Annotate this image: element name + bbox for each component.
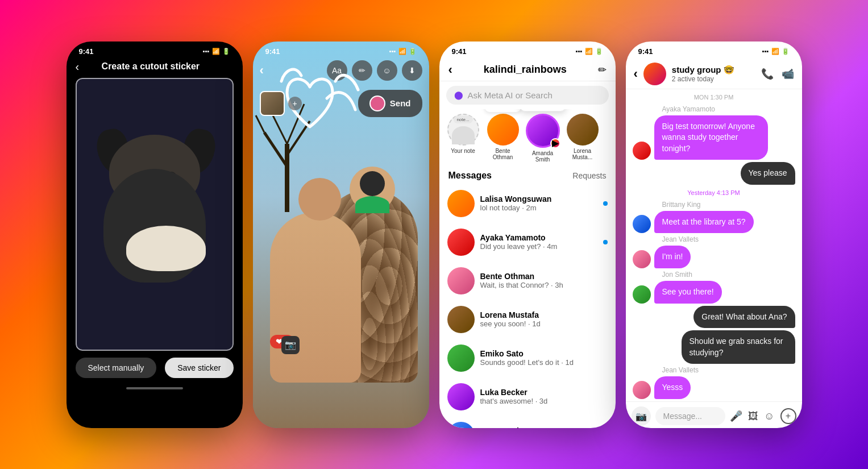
wifi-icon-3: 📶 (585, 48, 593, 55)
text-tool-button[interactable]: Aa (327, 60, 347, 81)
story-bente[interactable]: Who's going tobe in SF? Bente Othman (486, 114, 520, 163)
avatar-lalisa (447, 190, 475, 217)
camera-button[interactable]: 📷 (632, 406, 651, 426)
sticker-icon[interactable]: ☺ (764, 410, 774, 422)
list-item[interactable]: Emiko Sato Sounds good! Let's do it · 1d (439, 339, 616, 377)
msg-info-agnes: Agnes Delos Reyes lmao · 4h (480, 426, 608, 428)
video-call-icon[interactable]: 📹 (782, 68, 794, 80)
dog-photo-area[interactable] (76, 78, 234, 351)
group-status: 2 active today (672, 75, 755, 83)
story-top-icons: Aa ✏ ☺ ⬇ (327, 60, 422, 81)
wifi-icon: 📶 (212, 48, 220, 55)
msg-name-lalisa: Lalisa Wongsuwan (480, 194, 597, 204)
msg-preview-luka: that's awesome! · 3d (480, 397, 608, 405)
message-input[interactable]: Message... (655, 407, 726, 425)
camera-icon: 📷 (285, 339, 296, 350)
sticker-tool-button[interactable]: ☺ (377, 60, 397, 81)
photo-icon[interactable]: 🖼 (748, 410, 758, 422)
add-to-story-button[interactable]: + (288, 97, 302, 110)
chat-avatar-jon (633, 285, 651, 304)
time-1: 9:41 (79, 47, 94, 56)
list-item[interactable]: Luka Becker that's awesome! · 3d (439, 377, 616, 416)
back-button-3[interactable]: ‹ (448, 63, 452, 77)
avatar-agnes (447, 422, 475, 428)
your-note-label: Your note (451, 148, 475, 154)
chat-row: Yes please (633, 162, 795, 185)
list-item[interactable]: Ayaka Yamamoto Did you leave yet? · 4m (439, 223, 616, 262)
list-item[interactable]: Lalisa Wongsuwan lol not today · 2m (439, 184, 616, 223)
chat-row: Meet at the library at 5? (633, 211, 795, 234)
msg-info-lorena: Lorena Mustafa see you soon! · 1d (480, 310, 608, 328)
story-thumbnail[interactable] (260, 91, 285, 116)
phone-group-chat: 9:41 ▪▪▪ 📶 🔋 ‹ study group 🤓 2 active to… (626, 41, 802, 428)
couple-photo (253, 167, 429, 383)
amanda-circle-wrap: What a greatday ▶ (526, 114, 560, 148)
back-button-4[interactable]: ‹ (634, 67, 638, 81)
back-button-1[interactable]: ‹ (76, 60, 80, 73)
phone-messages-list: 9:41 ▪▪▪ 📶 🔋 ‹ kalindi_rainbows ✏ ⬤ Ask … (439, 41, 616, 428)
msg-preview-bente: Wait, is that Connor? · 3h (480, 281, 608, 289)
date-divider-mon: MON 1:30 PM (633, 94, 795, 101)
person-left (270, 212, 361, 383)
list-item[interactable]: Bente Othman Wait, is that Connor? · 3h (439, 262, 616, 300)
chat-messages: MON 1:30 PM Ayaka Yamamoto Big test tomo… (626, 89, 802, 402)
status-icons-4: ▪▪▪ 📶 🔋 (762, 48, 790, 55)
status-bar-4: 9:41 ▪▪▪ 📶 🔋 (626, 41, 802, 58)
more-options-button[interactable]: + (780, 408, 796, 424)
lorena-circle (567, 114, 599, 146)
requests-label[interactable]: Requests (572, 171, 606, 180)
msg-preview-lalisa: lol not today · 2m (480, 204, 597, 212)
signal-icon-3: ▪▪▪ (576, 48, 583, 55)
bubble-jean-in: I'm in! (654, 246, 691, 268)
sender-jean-2: Jean Vallets (662, 366, 795, 374)
send-label: Send (390, 98, 411, 108)
list-item[interactable]: Lorena Mustafa see you soon! · 1d (439, 300, 616, 339)
bubble-yes-please: Yes please (741, 162, 795, 185)
username-label: kalindi_rainbows (484, 64, 567, 76)
cutout-outline (76, 78, 234, 351)
sender-brittany: Brittany King (662, 201, 795, 209)
bubble-ana: Great! What about Ana? (693, 306, 795, 329)
save-sticker-button[interactable]: Save sticker (165, 358, 233, 378)
status-bar-3: 9:41 ▪▪▪ 📶 🔋 (439, 41, 616, 58)
unread-dot-lalisa (603, 201, 608, 206)
bubble-jon: See you there! (654, 281, 722, 304)
head-right (350, 167, 395, 212)
sender-ayaka: Ayaka Yamamoto (662, 105, 795, 113)
input-placeholder: Message... (663, 412, 702, 421)
story-your-note[interactable]: note... Your note (446, 114, 480, 163)
camera-icon-chat: 📷 (636, 411, 647, 422)
phone-cutout-sticker: 9:41 ▪▪▪ 📶 🔋 ‹ Create a cutout sticker S… (67, 41, 243, 428)
battery-icon-3: 🔋 (595, 48, 603, 55)
sticker-tool-icon: ☺ (383, 66, 391, 75)
status-icons-2: ▪▪▪ 📶 🔋 (389, 48, 417, 55)
send-avatar (369, 96, 385, 111)
msg-preview-lorena: see you soon! · 1d (480, 319, 608, 328)
msg-name-bente: Bente Othman (480, 272, 608, 281)
amanda-circle: ▶ (526, 114, 560, 148)
chat-avatar-jean (633, 250, 651, 268)
download-button[interactable]: ⬇ (402, 60, 422, 81)
draw-tool-icon: ✏ (359, 66, 366, 75)
time-3: 9:41 (452, 47, 467, 56)
msg-name-lorena: Lorena Mustafa (480, 310, 608, 319)
story-thumb-area: + (260, 91, 302, 116)
edit-icon[interactable]: ✏ (598, 64, 607, 76)
list-item[interactable]: Agnes Delos Reyes lmao · 4h (439, 416, 616, 428)
chat-avatar-jean-2 (633, 381, 651, 399)
status-bar-2: 9:41 ▪▪▪ 📶 🔋 (253, 41, 429, 58)
search-bar[interactable]: ⬤ Ask Meta AI or Search (446, 86, 609, 105)
phone-call-icon[interactable]: 📞 (761, 68, 774, 80)
story-lorena[interactable]: Lorena Musta... (566, 114, 600, 163)
chat-input-bar: 📷 Message... 🎤 🖼 ☺ + (626, 401, 802, 428)
sender-jean: Jean Vallets (662, 235, 795, 243)
cutout-header: ‹ Create a cutout sticker (67, 58, 243, 78)
lorena-name: Lorena Musta... (566, 148, 600, 160)
chat-row: I'm in! (633, 246, 795, 268)
story-back-button[interactable]: ‹ (260, 63, 264, 78)
select-manually-button[interactable]: Select manually (76, 358, 157, 378)
microphone-icon[interactable]: 🎤 (730, 410, 742, 422)
draw-tool-button[interactable]: ✏ (352, 60, 372, 81)
story-amanda[interactable]: What a greatday ▶ Amanda Smith (526, 114, 560, 163)
send-button[interactable]: Send (358, 90, 422, 117)
